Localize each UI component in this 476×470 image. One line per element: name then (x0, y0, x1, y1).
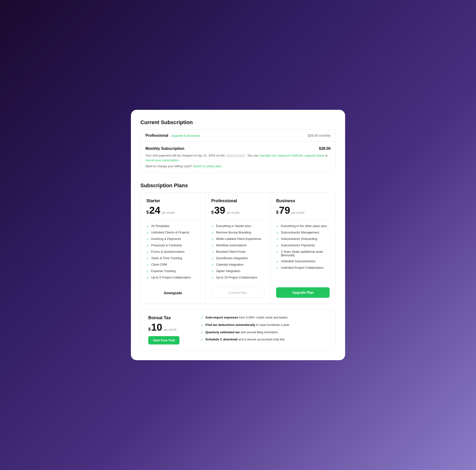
subscription-amount: $39.00 (319, 146, 331, 151)
feature-text: Up to 15 Project Collaborators (216, 276, 257, 279)
start-free-trial-button[interactable]: Start Free Trial (148, 336, 179, 344)
check-icon: ✓ (211, 250, 214, 254)
check-icon: ✓ (146, 270, 149, 273)
check-icon: ✓ (276, 231, 279, 235)
upgrade-to-business-link[interactable]: Upgrade to Business (171, 134, 200, 137)
check-icon: ✓ (211, 263, 214, 267)
feature-item: ✓ Unlimited Clients & Projects (146, 231, 200, 235)
tax-feature-text: Find tax deductions automatically to sav… (205, 323, 290, 327)
check-icon: ✓ (146, 224, 149, 228)
check-icon: ✓ (211, 244, 214, 248)
plan-price-row: $ 79 per month (276, 205, 330, 215)
subscription-plans-title: Subscription Plans (140, 182, 336, 189)
feature-text: Unlimited Subcontractors (281, 259, 315, 263)
plan-price-dollar: $ (146, 210, 149, 215)
feature-text: Subcontractor Payments (281, 243, 315, 247)
upgrade-plans-link[interactable]: upgrade plans (305, 154, 324, 157)
feature-item: ✓ Tasks & Time Tracking (146, 256, 200, 260)
plan-name: Professional (211, 199, 265, 203)
plan-per-month: per month (162, 211, 175, 214)
plan-price-row: $ 24 per month (146, 205, 200, 215)
current-plan-name: Professional (145, 133, 168, 138)
plan-per-month: per month (291, 211, 305, 214)
feature-list: ✓ Everything in Starter plus... ✓ Remove… (211, 224, 265, 282)
plan-per-month: per month (227, 211, 239, 214)
monthly-price-display: $39.00 monthly (308, 134, 331, 137)
feature-item: ✓ Subcontractor Management (276, 231, 330, 235)
feature-text: Zapier Integration (216, 269, 240, 273)
feature-item: ✓ QuickBooks Integration (211, 256, 265, 260)
current-sub-body: Monthly Subscription $39.00 Your next pa… (141, 142, 335, 173)
feature-item: ✓ Up to 5 Project Collaborators (146, 276, 200, 280)
check-icon: ✓ (276, 266, 279, 270)
plan-action: Current Plan (211, 288, 265, 298)
feature-text: Proposals & Contracts (151, 243, 182, 247)
plan-divider (211, 220, 265, 220)
feature-text: Tasks & Time Tracking (151, 256, 182, 260)
card-mask (226, 154, 245, 157)
feature-text: 3 Team Seats (additional seats $9/month) (281, 250, 330, 257)
check-icon: ✓ (211, 270, 214, 273)
check-icon: ✓ (146, 276, 149, 280)
feature-text: Subcontractor Management (281, 231, 319, 234)
plan-col-starter: Starter $ 24 per month ✓ All Templates ✓… (141, 193, 206, 304)
plan-price-amount: 39 (214, 205, 225, 215)
cancel-subscription-link[interactable]: cancel your subscription. (145, 158, 179, 162)
feature-text: White-Labeled Client Experience (216, 237, 261, 241)
tax-price-amount: 10 (151, 322, 162, 332)
check-icon: ✓ (211, 231, 214, 235)
feature-text: Unlimited Clients & Projects (151, 231, 189, 234)
check-icon: ✓ (211, 256, 214, 260)
switch-yearly-link[interactable]: Switch to yearly plan (193, 164, 221, 168)
plan-price-amount: 24 (149, 205, 160, 215)
feature-text: Expense Tracking (151, 269, 176, 273)
bonsai-tax-box: Bonsai Tax $ 10 per month Start Free Tri… (140, 309, 336, 350)
check-icon: ✓ (146, 263, 149, 267)
feature-list: ✓ Everything in the other plans plus... … (276, 224, 330, 282)
feature-text: Subcontractor Onboarding (281, 237, 317, 241)
tax-price-dollar: $ (148, 327, 151, 332)
feature-item: ✓ Up to 15 Project Collaborators (211, 276, 265, 280)
tax-left: Bonsai Tax $ 10 per month Start Free Tri… (148, 315, 191, 344)
feature-text: Branded Client Portal (216, 250, 246, 253)
downgrade-button[interactable]: Downgrade (146, 288, 200, 298)
feature-item: ✓ Branded Client Portal (211, 250, 265, 254)
feature-item: ✓ Workflow Automations (211, 243, 265, 248)
plans-grid: Starter $ 24 per month ✓ All Templates ✓… (140, 193, 336, 304)
plan-col-professional: Professional $ 39 per month ✓ Everything… (206, 193, 271, 304)
manage-payment-link[interactable]: manage your payment methods, (259, 154, 304, 157)
tax-per-month: per month (164, 328, 177, 331)
check-icon: ✓ (211, 237, 214, 241)
plan-price-amount: 79 (279, 205, 290, 215)
tax-feature-item: ✓ Auto-import expenses from 5,000+ credi… (201, 315, 328, 320)
current-plan-button: Current Plan (211, 288, 265, 298)
check-icon: ✓ (201, 323, 204, 328)
check-icon: ✓ (146, 244, 149, 248)
check-icon: ✓ (201, 316, 204, 320)
plan-divider (276, 220, 330, 220)
plan-col-business: Business $ 79 per month ✓ Everything in … (270, 193, 335, 304)
check-icon: ✓ (146, 237, 149, 241)
check-icon: ✓ (276, 237, 279, 241)
check-icon: ✓ (276, 250, 279, 254)
subscription-plans-section: Subscription Plans Starter $ 24 per mont… (140, 182, 336, 304)
feature-item: ✓ Invoicing & Payments (146, 237, 200, 241)
feature-item: ✓ Expense Tracking (146, 269, 200, 273)
feature-item: ✓ Subcontractor Onboarding (276, 237, 330, 241)
check-icon: ✓ (211, 276, 214, 280)
feature-text: Unlimited Project Collaborators (281, 266, 323, 270)
tax-feature-text: Schedule C download and a secure account… (205, 337, 285, 342)
current-subscription-title: Current Subscription (140, 119, 336, 126)
tax-feature-item: ✓ Quarterly estimated tax and annual fil… (201, 330, 328, 335)
feature-item: ✓ Unlimited Subcontractors (276, 259, 330, 263)
feature-item: ✓ Client CRM (146, 263, 200, 267)
tax-features-list: ✓ Auto-import expenses from 5,000+ credi… (201, 315, 328, 344)
check-icon: ✓ (146, 256, 149, 260)
feature-item: ✓ Subcontractor Payments (276, 243, 330, 248)
tax-feature-text: Quarterly estimated tax and annual filin… (205, 330, 279, 334)
subscription-type-label: Monthly Subscription (145, 146, 185, 151)
current-subscription-box: Professional Upgrade to Business $39.00 … (140, 129, 336, 173)
feature-item: ✓ Forms & Questionnaires (146, 250, 200, 254)
upgrade-plan-button[interactable]: Upgrade Plan (276, 287, 330, 298)
feature-text: Everything in the other plans plus... (281, 224, 329, 228)
